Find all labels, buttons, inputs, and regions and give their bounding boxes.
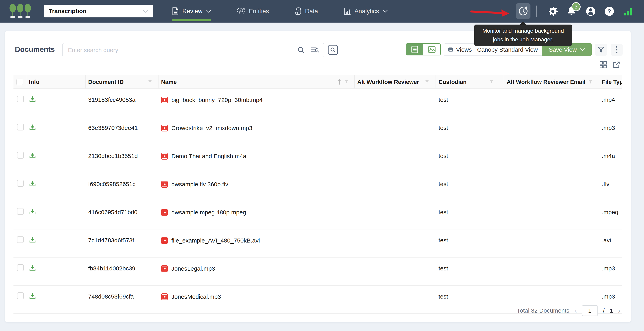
file-name[interactable]: JonesLegal.mp3 bbox=[172, 265, 215, 272]
pagination: Total 32 Documents ‹ 1 / 1 › bbox=[517, 305, 620, 316]
kebab-menu-icon bbox=[616, 46, 618, 53]
chevron-down-icon bbox=[142, 9, 148, 13]
filter-button[interactable] bbox=[595, 44, 607, 56]
column-layout-button[interactable] bbox=[599, 61, 607, 69]
name-cell: dwsample flv 360p.flv bbox=[158, 173, 355, 188]
status-button[interactable] bbox=[622, 0, 634, 22]
file-name[interactable]: Demo Thai and English.m4a bbox=[172, 153, 246, 160]
boxed-search-icon bbox=[330, 47, 336, 53]
row-checkbox[interactable] bbox=[17, 124, 24, 130]
download-icon[interactable] bbox=[29, 208, 36, 215]
row-checkbox[interactable] bbox=[17, 236, 24, 243]
alt-workflow-reviewer-cell bbox=[355, 229, 436, 237]
document-id-cell: 7c1d4783d6f573f bbox=[86, 229, 158, 244]
row-checkbox[interactable] bbox=[17, 180, 24, 187]
alt-workflow-reviewer-cell bbox=[355, 201, 436, 209]
file-name[interactable]: dwsample flv 360p.flv bbox=[172, 181, 228, 188]
nav-divider bbox=[536, 5, 537, 17]
chevron-down-icon bbox=[383, 10, 388, 13]
page-number-input[interactable]: 1 bbox=[582, 305, 598, 316]
tab-review[interactable]: Review bbox=[172, 0, 211, 22]
select-all-checkbox[interactable] bbox=[16, 79, 23, 85]
col-header-name[interactable]: Name bbox=[158, 75, 355, 89]
job-manager-button[interactable] bbox=[516, 3, 530, 19]
table-row[interactable]: f690c059852651c dwsample flv 360p.flv te… bbox=[14, 173, 622, 201]
file-name[interactable]: big_buck_bunny_720p_30mb.mp4 bbox=[172, 97, 262, 103]
people-icon bbox=[237, 7, 245, 15]
next-page-button[interactable]: › bbox=[618, 307, 620, 315]
filter-funnel-icon[interactable] bbox=[344, 80, 349, 84]
col-header-alt-workflow-reviewer-email[interactable]: Alt Workflow Reviewer Email bbox=[504, 75, 599, 89]
row-checkbox[interactable] bbox=[17, 292, 24, 299]
page-separator: / bbox=[603, 307, 604, 314]
document-id-cell: fb84b11d002bc39 bbox=[86, 258, 158, 272]
search-icon[interactable] bbox=[298, 46, 305, 54]
table-row[interactable]: 63e3697073dee41 Crowdstrike_v2_mixdown.m… bbox=[14, 117, 622, 145]
row-checkbox[interactable] bbox=[17, 208, 24, 215]
bar-chart-icon bbox=[344, 7, 351, 15]
advanced-search-icon[interactable] bbox=[310, 46, 319, 54]
row-checkbox[interactable] bbox=[17, 264, 24, 271]
download-icon[interactable] bbox=[29, 152, 36, 159]
alt-workflow-reviewer-email-cell bbox=[504, 89, 599, 96]
filter-funnel-icon[interactable] bbox=[148, 80, 152, 84]
custodian-cell: test bbox=[436, 201, 504, 216]
tab-data[interactable]: Data bbox=[295, 0, 318, 22]
table-row[interactable]: 319183fcc49053a big_buck_bunny_720p_30mb… bbox=[14, 89, 622, 117]
col-header-document-id[interactable]: Document ID bbox=[86, 75, 158, 89]
previous-page-button[interactable]: ‹ bbox=[574, 307, 577, 315]
tooltip-caret bbox=[520, 21, 526, 25]
custodian-cell: test bbox=[436, 89, 504, 103]
row-checkbox[interactable] bbox=[17, 152, 24, 159]
sort-ascending-icon[interactable] bbox=[337, 79, 342, 85]
file-name[interactable]: JonesMedical.mp3 bbox=[172, 293, 221, 300]
more-options-button[interactable] bbox=[611, 44, 622, 56]
settings-button[interactable] bbox=[548, 0, 558, 22]
table-row[interactable]: 7c1d4783d6f573f file_example_AVI_480_750… bbox=[14, 229, 622, 258]
tab-entities[interactable]: Entities bbox=[237, 0, 269, 22]
project-select[interactable]: Transcription bbox=[44, 5, 153, 17]
views-dropdown-label: Views - Canopy Standard View bbox=[456, 46, 538, 53]
media-file-icon bbox=[161, 293, 168, 300]
filter-funnel-icon[interactable] bbox=[425, 80, 429, 84]
file-name[interactable]: dwsample mpeg 480p.mpeg bbox=[172, 209, 246, 216]
image-view-toggle[interactable] bbox=[423, 44, 440, 55]
col-header-custodian[interactable]: Custodian bbox=[436, 75, 504, 89]
search-input[interactable] bbox=[63, 47, 298, 53]
file-name[interactable]: Crowdstrike_v2_mixdown.mp3 bbox=[172, 125, 252, 131]
table-row[interactable]: fb84b11d002bc39 JonesLegal.mp3 test .mp3 bbox=[14, 258, 622, 286]
download-icon[interactable] bbox=[29, 236, 36, 243]
document-id-cell: 319183fcc49053a bbox=[86, 89, 158, 103]
export-icon bbox=[613, 61, 620, 68]
document-id-cell: 63e3697073dee41 bbox=[86, 117, 158, 131]
download-icon[interactable] bbox=[29, 180, 36, 187]
file-type-cell: .avi bbox=[599, 229, 622, 244]
filter-funnel-icon[interactable] bbox=[588, 80, 592, 84]
col-header-info[interactable]: Info bbox=[26, 75, 86, 89]
col-header-alt-workflow-reviewer[interactable]: Alt Workflow Reviewer bbox=[355, 75, 436, 89]
alt-workflow-reviewer-cell bbox=[355, 173, 436, 181]
row-checkbox[interactable] bbox=[17, 96, 24, 102]
col-header-file-type[interactable]: File Type bbox=[599, 75, 622, 89]
tab-analytics[interactable]: Analytics bbox=[344, 0, 388, 22]
find-similar-button[interactable] bbox=[328, 45, 338, 55]
help-button[interactable]: ? bbox=[604, 0, 614, 22]
top-nav: Transcription Review Entities Data Analy… bbox=[0, 0, 644, 22]
tooltip-line1: Monitor and manage background bbox=[482, 26, 564, 35]
table-row[interactable]: 416c06954d71bd0 dwsample mpeg 480p.mpeg … bbox=[14, 201, 622, 229]
export-button[interactable] bbox=[612, 61, 620, 69]
table-row[interactable]: 2130dbee1b3551d Demo Thai and English.m4… bbox=[14, 145, 622, 173]
download-icon[interactable] bbox=[29, 124, 36, 131]
list-view-toggle[interactable] bbox=[406, 44, 423, 55]
alt-workflow-reviewer-email-cell bbox=[504, 145, 599, 153]
profile-button[interactable] bbox=[586, 0, 596, 22]
alt-workflow-reviewer-cell bbox=[355, 286, 436, 293]
download-icon[interactable] bbox=[29, 292, 36, 300]
download-icon[interactable] bbox=[29, 96, 36, 103]
file-name[interactable]: file_example_AVI_480_750kB.avi bbox=[172, 237, 260, 244]
download-icon[interactable] bbox=[29, 264, 36, 271]
documents-table: Info Document ID Name Alt Workflow Revie… bbox=[14, 75, 622, 314]
custodian-cell: test bbox=[436, 145, 504, 159]
filter-funnel-icon[interactable] bbox=[490, 80, 494, 84]
search-bar bbox=[62, 43, 324, 57]
